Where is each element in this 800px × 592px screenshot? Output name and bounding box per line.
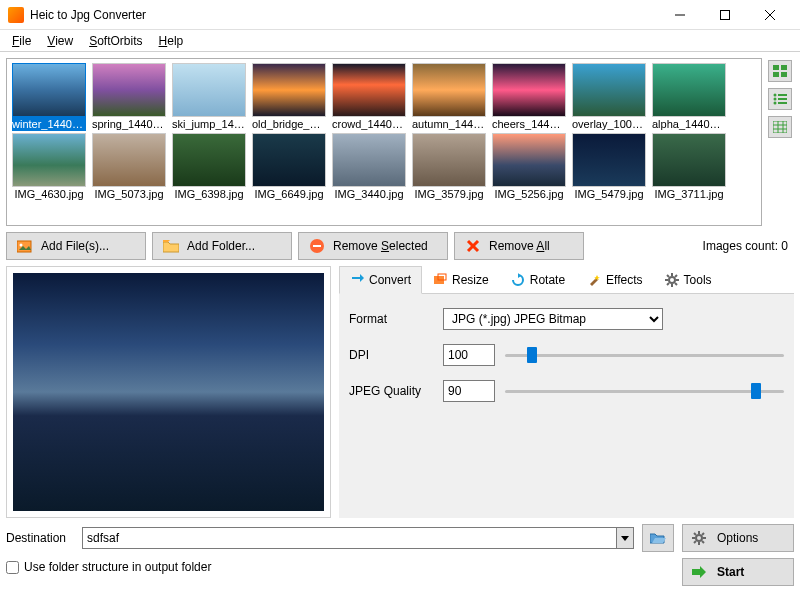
thumbnail-item[interactable]: IMG_4630.jpg [11, 133, 87, 201]
maximize-button[interactable] [702, 0, 747, 30]
thumbnail-image [412, 63, 486, 117]
menu-softorbits[interactable]: SoftOrbits [81, 32, 150, 50]
quality-input[interactable] [443, 380, 495, 402]
menu-view[interactable]: View [39, 32, 81, 50]
folder-structure-checkbox[interactable] [6, 561, 19, 574]
resize-icon [433, 273, 447, 287]
add-folder-label: Add Folder... [187, 239, 255, 253]
thumbnail-item[interactable]: IMG_3711.jpg [651, 133, 727, 201]
remove-selected-button[interactable]: Remove Selected [298, 232, 448, 260]
start-icon [691, 565, 707, 579]
thumbnail-image [252, 133, 326, 187]
tabs: Convert Resize Rotate Effects Tools [339, 266, 794, 294]
thumbnail-label: ski_jump_144... [172, 117, 246, 131]
thumbnail-item[interactable]: IMG_5073.jpg [91, 133, 167, 201]
tab-rotate[interactable]: Rotate [500, 266, 576, 293]
thumbnail-item[interactable]: cheers_1440x... [491, 63, 567, 131]
thumbnail-item[interactable]: IMG_5256.jpg [491, 133, 567, 201]
svg-line-41 [694, 533, 696, 535]
thumbnail-item[interactable]: IMG_3440.jpg [331, 133, 407, 201]
convert-form: Format JPG (*.jpg) JPEG Bitmap DPI JPEG … [339, 294, 794, 518]
thumbnail-item[interactable]: overlay_1000... [571, 63, 647, 131]
thumbnail-item[interactable]: ski_jump_144... [171, 63, 247, 131]
svg-line-34 [675, 275, 677, 277]
thumbnail-label: spring_1440x... [92, 117, 166, 131]
convert-icon [350, 273, 364, 287]
thumbnail-item[interactable]: IMG_3579.jpg [411, 133, 487, 201]
svg-point-27 [669, 277, 675, 283]
thumbnail-item[interactable]: alpha_1440x9... [651, 63, 727, 131]
svg-line-32 [667, 275, 669, 277]
thumbnail-item[interactable]: IMG_6649.jpg [251, 133, 327, 201]
svg-line-33 [675, 283, 677, 285]
tab-tools[interactable]: Tools [654, 266, 723, 293]
app-icon [8, 7, 24, 23]
thumbnail-image [172, 63, 246, 117]
thumbnail-item[interactable]: crowd_1440x... [331, 63, 407, 131]
destination-input[interactable] [82, 527, 616, 549]
thumbnail-item[interactable]: old_bridge_14... [251, 63, 327, 131]
svg-rect-6 [773, 72, 779, 77]
menu-help[interactable]: Help [151, 32, 192, 50]
format-label: Format [349, 312, 433, 326]
svg-line-42 [702, 541, 704, 543]
thumbnail-image [492, 63, 566, 117]
remove-all-button[interactable]: Remove All [454, 232, 584, 260]
view-details-button[interactable] [768, 116, 792, 138]
svg-line-35 [667, 283, 669, 285]
thumbnail-label: IMG_5256.jpg [492, 187, 566, 201]
add-folder-button[interactable]: Add Folder... [152, 232, 292, 260]
destination-dropdown[interactable] [616, 527, 634, 549]
menubar: File View SoftOrbits Help [0, 30, 800, 52]
view-list-button[interactable] [768, 88, 792, 110]
thumbnail-image [492, 133, 566, 187]
tab-effects[interactable]: Effects [576, 266, 653, 293]
images-count: Images count: 0 [703, 239, 794, 253]
thumbnail-label: crowd_1440x... [332, 117, 406, 131]
start-button[interactable]: Start [682, 558, 794, 586]
thumbnail-image [92, 133, 166, 187]
folder-open-icon [650, 531, 666, 545]
thumbnail-item[interactable]: IMG_6398.jpg [171, 133, 247, 201]
dpi-slider[interactable] [505, 346, 784, 364]
thumbnail-item[interactable]: winter_1440x960.heic [11, 63, 87, 131]
view-thumbnails-button[interactable] [768, 60, 792, 82]
preview-pane [6, 266, 331, 518]
remove-icon [309, 238, 325, 254]
quality-label: JPEG Quality [349, 384, 433, 398]
dpi-input[interactable] [443, 344, 495, 366]
thumbnail-label: IMG_4630.jpg [12, 187, 86, 201]
thumbnail-image [332, 133, 406, 187]
thumbnail-item[interactable]: spring_1440x... [91, 63, 167, 131]
tab-convert[interactable]: Convert [339, 266, 422, 294]
add-files-label: Add File(s)... [41, 239, 109, 253]
thumbnail-image [572, 133, 646, 187]
menu-file[interactable]: File [4, 32, 39, 50]
options-button[interactable]: Options [682, 524, 794, 552]
minimize-button[interactable] [657, 0, 702, 30]
rotate-icon [511, 273, 525, 287]
svg-point-12 [774, 102, 777, 105]
tab-resize[interactable]: Resize [422, 266, 500, 293]
add-files-button[interactable]: Add File(s)... [6, 232, 146, 260]
browse-button[interactable] [642, 524, 674, 552]
settings-panel: Convert Resize Rotate Effects Tools Form… [339, 266, 794, 518]
quality-slider[interactable] [505, 382, 784, 400]
thumbnail-label: alpha_1440x9... [652, 117, 726, 131]
svg-point-10 [774, 98, 777, 101]
thumbnail-label: winter_1440x960.heic [12, 117, 86, 131]
format-select[interactable]: JPG (*.jpg) JPEG Bitmap [443, 308, 663, 330]
thumbnail-item[interactable]: autumn_1440... [411, 63, 487, 131]
thumbnail-item[interactable]: IMG_5479.jpg [571, 133, 647, 201]
thumbnail-label: autumn_1440... [412, 117, 486, 131]
svg-point-36 [696, 535, 702, 541]
close-button[interactable] [747, 0, 792, 30]
destination-combo[interactable] [82, 527, 634, 549]
folder-structure-label: Use folder structure in output folder [24, 560, 211, 574]
thumbnail-label: IMG_5479.jpg [572, 187, 646, 201]
image-add-icon [17, 238, 33, 254]
svg-rect-14 [773, 121, 787, 133]
svg-rect-1 [720, 10, 729, 19]
thumbnail-gallery[interactable]: winter_1440x960.heicspring_1440x...ski_j… [6, 58, 762, 226]
thumbnail-label: old_bridge_14... [252, 117, 326, 131]
